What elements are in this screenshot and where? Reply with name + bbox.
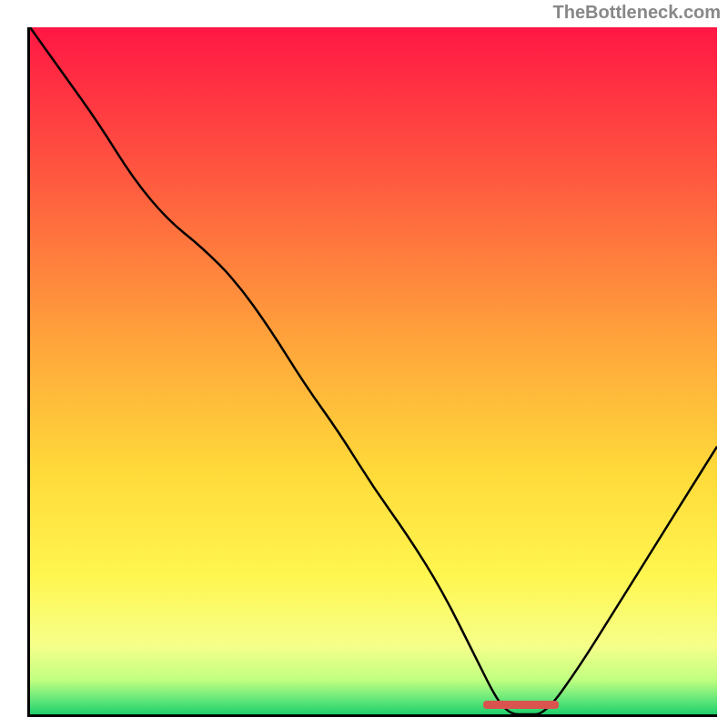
watermark-text: TheBottleneck.com <box>553 2 721 23</box>
plot-area <box>27 27 717 717</box>
optimal-range-marker <box>483 701 559 709</box>
bottleneck-curve <box>30 27 717 714</box>
chart-container: TheBottleneck.com <box>0 0 728 728</box>
